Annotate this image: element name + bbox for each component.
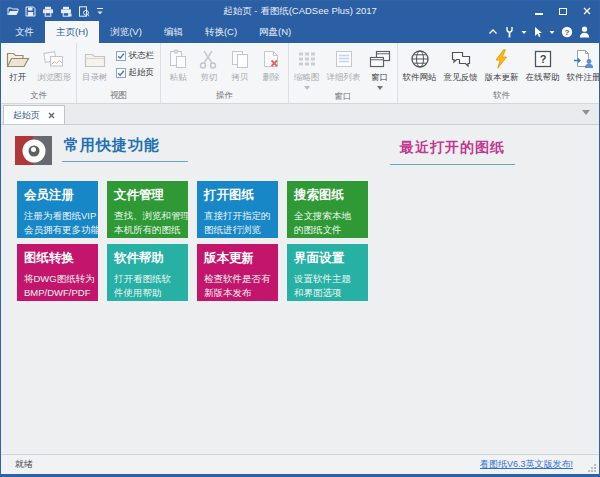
checkbox-checked-icon (116, 51, 126, 61)
close-button[interactable] (575, 1, 599, 21)
browse-graphics-label: 浏览图形 (37, 72, 71, 84)
tile-title: 会员注册 (24, 187, 91, 204)
qat-caret-icon[interactable] (96, 6, 104, 16)
tab-close-icon[interactable] (48, 112, 55, 119)
caret-icon[interactable] (521, 30, 527, 35)
save-icon[interactable] (25, 6, 36, 17)
menu-tab-file[interactable]: 文件 (4, 21, 45, 43)
shortcut-tile-grid: 会员注册注册为看图纸VIP会员拥有更多功能文件管理查找、浏览和管理本机所有的图纸… (17, 181, 368, 301)
ribbon-group-4: 软件网站意见反馈版本更新?在线帮助软件注册软件 (398, 43, 600, 103)
menu-tabs: 文件主页(H)浏览(V)编辑转换(C)网盘(N) (1, 21, 302, 43)
pointer-icon[interactable] (533, 26, 543, 38)
software-website-label: 软件网站 (403, 72, 437, 84)
tile-search-drawing[interactable]: 搜索图纸全文搜索本地的图纸文件 (287, 181, 368, 238)
menu-tab-edit[interactable]: 编辑 (153, 21, 194, 43)
copy-button: 拷贝 (225, 45, 255, 89)
feedback-button[interactable]: 意见反馈 (441, 45, 481, 89)
online-help-icon: ? (533, 48, 553, 70)
ribbon-group-label: 窗口 (291, 90, 395, 103)
tab-list-caret-icon[interactable] (582, 110, 590, 115)
online-help-button[interactable]: ?在线帮助 (523, 45, 563, 89)
tile-version-update[interactable]: 版本更新检查软件是否有新版本发布 (197, 244, 278, 301)
collapse-ribbon-icon[interactable] (488, 27, 498, 37)
tile-description: 将DWG图纸转为BMP/DWF/PDF (24, 272, 91, 301)
tile-title: 打开图纸 (204, 187, 271, 204)
tile-open-drawing[interactable]: 打开图纸直接打开指定的图纸进行浏览 (197, 181, 278, 238)
view-checkboxes: 状态栏起始页 (112, 45, 159, 89)
delete-icon (259, 48, 283, 70)
tile-ui-settings[interactable]: 界面设置设置软件主题和界面选项 (287, 244, 368, 301)
minimize-button[interactable] (527, 1, 551, 21)
open-button[interactable]: 打开 (3, 45, 33, 89)
user-icon[interactable] (579, 26, 590, 38)
quick-access-toolbar (1, 6, 104, 17)
version-update-label: 版本更新 (485, 72, 519, 84)
tile-file-manage[interactable]: 文件管理查找、浏览和管理本机所有的图纸 (107, 181, 188, 238)
paste-icon (166, 48, 190, 70)
ribbon-group-label: 视图 (79, 89, 158, 103)
ribbon-group-1: 目录树状态栏起始页视图 (77, 43, 161, 103)
menu-bar: 文件主页(H)浏览(V)编辑转换(C)网盘(N) ? (1, 21, 599, 43)
thumbnails-button: 缩略图 (291, 45, 323, 90)
statusbar: 就绪 看图纸V6.3英文版发布! (1, 454, 599, 474)
cut-label: 剪切 (201, 72, 218, 84)
start-page-content: 常用快捷功能 最近打开的图纸 会员注册注册为看图纸VIP会员拥有更多功能文件管理… (1, 125, 599, 454)
globe-icon (409, 48, 431, 70)
status-text: 就绪 (1, 458, 33, 471)
menu-tab-browse[interactable]: 浏览(V) (99, 21, 153, 43)
software-register-button[interactable]: 软件注册 (564, 45, 600, 89)
window-label: 窗口 (371, 72, 388, 84)
document-tab-label: 起始页 (13, 109, 40, 122)
open-icon[interactable] (7, 6, 19, 17)
feedback-label: 意见反馈 (444, 72, 478, 84)
print-icon[interactable] (42, 6, 54, 17)
tile-member-register[interactable]: 会员注册注册为看图纸VIP会员拥有更多功能 (17, 181, 98, 238)
menu-tab-home[interactable]: 主页(H) (45, 21, 99, 43)
tile-title: 版本更新 (204, 250, 271, 267)
menu-tab-convert[interactable]: 转换(C) (194, 21, 248, 43)
menu-tab-netdisk[interactable]: 网盘(N) (248, 21, 302, 43)
window-button[interactable]: 窗口 (365, 45, 395, 90)
windows-icon (368, 48, 392, 70)
document-tab-start-page[interactable]: 起始页 (3, 105, 65, 124)
window-controls (527, 1, 599, 21)
help-circle-icon[interactable]: ? (561, 26, 573, 38)
menu-right-icons: ? (488, 21, 599, 43)
copy-icon (228, 48, 252, 70)
copy-label: 拷贝 (232, 72, 249, 84)
version-update-button[interactable]: 版本更新 (482, 45, 522, 89)
software-register-label: 软件注册 (567, 72, 600, 84)
ribbon-group-2: 粘贴剪切拷贝删除操作 (161, 43, 289, 103)
thumbnails-icon (296, 48, 317, 70)
app-logo-icon (15, 132, 52, 169)
tile-software-help[interactable]: 软件帮助打开看图纸软件使用帮助 (107, 244, 188, 301)
directory-tree-label: 目录树 (82, 72, 108, 84)
recent-drawings-header-text: 最近打开的图纸 (400, 139, 505, 155)
startpage-checkbox[interactable]: 起始页 (116, 67, 155, 79)
statusbar-checkbox[interactable]: 状态栏 (116, 50, 155, 62)
tools-icon[interactable] (504, 26, 515, 38)
caret-icon[interactable] (549, 30, 555, 35)
header-row: 常用快捷功能 最近打开的图纸 (1, 125, 599, 169)
update-bolt-icon (492, 48, 512, 70)
ribbon-group-label: 操作 (163, 89, 286, 103)
resize-grip[interactable] (587, 463, 597, 473)
ribbon-group-label: 软件 (400, 89, 600, 103)
tile-title: 文件管理 (114, 187, 181, 204)
recent-drawings-header: 最近打开的图纸 (390, 132, 515, 165)
register-icon (572, 48, 596, 70)
software-website-button[interactable]: 软件网站 (400, 45, 440, 89)
cut-button: 剪切 (194, 45, 224, 89)
browse-graphics-icon (42, 48, 66, 70)
titlebar: 起始页 - 看图纸(CADSee Plus) 2017 (1, 1, 599, 21)
tile-drawing-convert[interactable]: 图纸转换将DWG图纸转为BMP/DWF/PDF (17, 244, 98, 301)
maximize-button[interactable] (551, 1, 575, 21)
ribbon-group-3: 缩略图详细列表窗口窗口 (289, 43, 398, 103)
tile-title: 软件帮助 (114, 250, 181, 267)
update-announcement-link[interactable]: 看图纸V6.3英文版发布! (480, 458, 599, 471)
print-preview-icon[interactable] (78, 6, 90, 17)
detail-list-button: 详细列表 (324, 45, 364, 90)
delete-button: 删除 (256, 45, 286, 89)
quick-print-icon[interactable] (60, 6, 72, 17)
open-label: 打开 (10, 72, 27, 84)
